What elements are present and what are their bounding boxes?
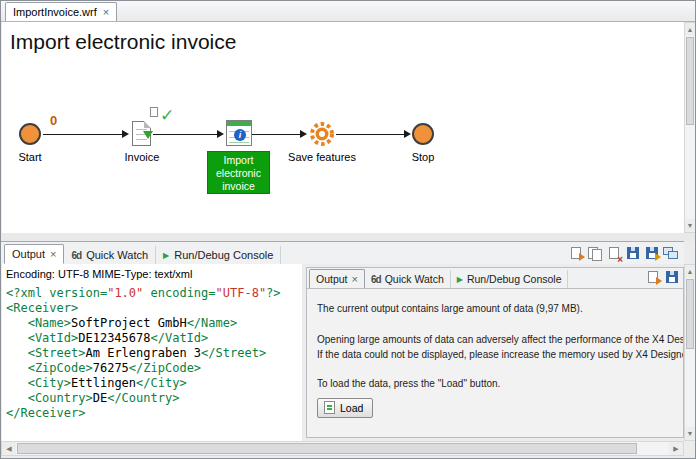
play-icon: ▶ [163, 251, 169, 260]
page-fold-icon [144, 121, 151, 128]
output-panel-tab-bar: Output × 6d Quick Watch ▶ Run/Debug Cons… [1, 241, 684, 264]
xml-line: <City>Ettlingen</City> [6, 376, 298, 391]
tab-quick-watch-label: Quick Watch [86, 249, 148, 261]
clear-output-icon[interactable]: × [606, 245, 623, 262]
tab-run-debug-console-label: Run/Debug Console [174, 249, 273, 261]
preview-message-line: To load the data, press the "Load" butto… [317, 378, 673, 389]
preview-tab-quick-watch-label: Quick Watch [385, 273, 444, 285]
connector-arrowhead-icon [404, 130, 411, 138]
close-icon[interactable]: × [103, 7, 109, 17]
load-icon [324, 401, 335, 414]
copy-output-icon[interactable] [587, 245, 604, 262]
invoice-node[interactable] [132, 121, 151, 146]
tab-output-label: Output [12, 248, 45, 260]
scrollbar-corner [684, 441, 696, 456]
scroll-right-icon[interactable]: ▶ [669, 442, 683, 455]
preview-message-line: The current output contains large amount… [317, 303, 673, 314]
connector-line [43, 134, 122, 135]
scroll-left-icon[interactable]: ◀ [2, 442, 16, 455]
xml-line: <Name>SoftProject GmbH</Name> [6, 316, 298, 331]
scroll-up-icon[interactable]: ▲ [685, 23, 695, 36]
info-icon: i [234, 129, 246, 141]
scroll-down-icon[interactable]: ▼ [685, 427, 695, 440]
connector-line [336, 134, 404, 135]
table-header-icon [227, 121, 251, 126]
connector-arrowhead-icon [300, 130, 307, 138]
start-counter-badge: 0 [50, 113, 57, 128]
scroll-down-icon[interactable]: ▼ [685, 219, 695, 232]
xml-line: <Country>DE</Country> [6, 391, 298, 406]
scrollbar-thumb[interactable] [686, 279, 694, 349]
canvas-vertical-scrollbar[interactable]: ▲ ▼ [684, 22, 696, 233]
scrollbar-thumb[interactable] [686, 37, 694, 125]
play-icon: ▶ [457, 275, 463, 284]
import-invoice-node-label: Import electronic invoice [216, 154, 261, 192]
start-node[interactable] [19, 123, 41, 145]
save-features-node[interactable] [309, 121, 335, 147]
connector-line [252, 134, 300, 135]
checkmark-icon: ✓ [160, 105, 174, 126]
invoice-node-label: Invoice [118, 151, 166, 163]
connector-arrowhead-icon [217, 130, 224, 138]
preview-tab-quick-watch[interactable]: 6d Quick Watch [365, 270, 451, 288]
start-node-label: Start [8, 151, 52, 163]
save-as-icon[interactable] [644, 245, 661, 262]
encoding-info: Encoding: UTF-8 MIME-Type: text/xml [2, 264, 302, 282]
close-icon[interactable]: × [352, 274, 358, 284]
close-icon[interactable]: × [50, 249, 56, 259]
import-invoice-node-icon[interactable]: i [226, 120, 252, 146]
tab-run-debug-console[interactable]: ▶ Run/Debug Console [156, 246, 281, 264]
preview-tab-output-label: Output [316, 273, 348, 285]
tab-quick-watch[interactable]: 6d Quick Watch [64, 246, 156, 264]
save-output-icon[interactable] [664, 269, 681, 286]
glasses-icon: 6d [371, 274, 381, 285]
output-preview-panel: Output × 6d Quick Watch ▶ Run/Debug Cons… [306, 267, 684, 438]
save-output-icon[interactable] [625, 245, 642, 262]
output-editor: Encoding: UTF-8 MIME-Type: text/xml <?xm… [2, 264, 302, 441]
load-button-label: Load [340, 402, 363, 414]
panel-vertical-scrollbar[interactable]: ▲ ▼ [684, 264, 696, 441]
glasses-icon: 6d [71, 250, 81, 261]
import-invoice-node[interactable]: Import electronic invoice [207, 151, 270, 194]
xml-line: <ZipCode>76275</ZipCode> [6, 361, 298, 376]
tab-output[interactable]: Output × [4, 244, 64, 264]
xml-code[interactable]: <?xml version="1.0" encoding="UTF-8"?><R… [2, 282, 302, 425]
scrollbar-thumb[interactable] [17, 443, 637, 454]
workflow-canvas[interactable]: Import electronic invoice Start 0 ✓ Invo… [2, 22, 684, 233]
open-in-editor-icon[interactable] [568, 245, 585, 262]
preview-tab-run-debug-console[interactable]: ▶ Run/Debug Console [451, 270, 569, 288]
preview-tab-run-debug-console-label: Run/Debug Console [467, 273, 562, 285]
doc-text-line [136, 129, 147, 130]
scroll-up-icon[interactable]: ▲ [685, 265, 695, 278]
load-button[interactable]: Load [317, 398, 373, 418]
preview-tab-bar: Output × 6d Quick Watch ▶ Run/Debug Cons… [306, 267, 684, 288]
xml-line: <Street>Am Erlengraben 3</Street> [6, 346, 298, 361]
panel-splitter[interactable] [1, 233, 695, 241]
stop-node[interactable] [412, 123, 434, 145]
editor-tab-importinvoice[interactable]: ImportInvoice.wrf × [5, 2, 117, 21]
modified-marker-icon [150, 107, 158, 117]
preview-tab-output[interactable]: Output × [309, 269, 365, 288]
x4-designer-window: ImportInvoice.wrf × Import electronic in… [0, 0, 696, 459]
gear-icon [309, 121, 335, 147]
connector-line [153, 134, 217, 135]
xml-line: </Receiver> [6, 406, 298, 421]
workflow-title: Import electronic invoice [10, 30, 236, 54]
stop-node-label: Stop [401, 151, 445, 163]
save-features-node-label: Save features [285, 151, 359, 163]
editor-tab-label: ImportInvoice.wrf [13, 6, 97, 18]
horizontal-scrollbar[interactable]: ◀ ▶ [1, 441, 684, 456]
preview-message-line: Opening large amounts of data can advers… [317, 334, 673, 345]
table-line [229, 142, 249, 143]
import-arrow-icon [143, 131, 153, 139]
doc-text-line [136, 139, 147, 140]
xml-line: <VatId>DE12345678</VatId> [6, 331, 298, 346]
preview-message-area: The current output contains large amount… [306, 288, 684, 438]
xml-line: <Receiver> [6, 301, 298, 316]
editor-tab-bar: ImportInvoice.wrf × [1, 1, 695, 22]
minimize-restore-view-icon[interactable] [663, 245, 680, 262]
open-in-editor-icon[interactable] [645, 269, 662, 286]
connector-arrowhead-icon [122, 130, 129, 138]
xml-line: <?xml version="1.0" encoding="UTF-8"?> [6, 286, 298, 301]
preview-message-line: If the data could not be displayed, plea… [317, 349, 673, 360]
